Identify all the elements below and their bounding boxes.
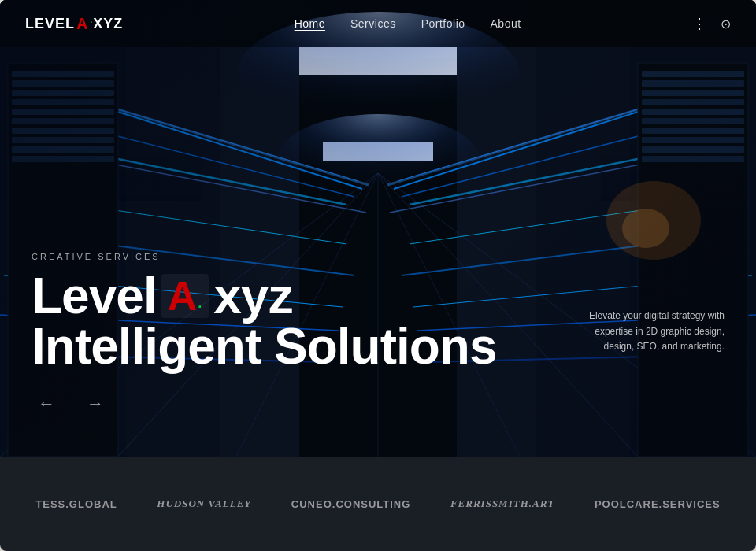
logo-suffix: .xyz	[90, 16, 123, 32]
hero-desc-text: Elevate your digital strategy with exper…	[567, 309, 724, 354]
hero-section: LEVEL A .xyz Home Services Portfolio Abo…	[0, 0, 756, 457]
hero-overlay	[0, 0, 756, 457]
clients-bar: TESS.GLOBAL Hudson Valley Cuneo.Consulti…	[0, 457, 756, 551]
logo-letter: A	[76, 15, 88, 33]
navbar: LEVEL A .xyz Home Services Portfolio Abo…	[0, 0, 756, 47]
client-logo-poolcare: PoolCare.Services	[587, 498, 728, 510]
hero-arrows: ← →	[32, 390, 110, 417]
client-logo-hudson: Hudson Valley	[149, 497, 259, 510]
nav-links: Home Services Portfolio About	[295, 17, 521, 31]
hero-title-line1: Level A . xyz	[32, 271, 497, 321]
browser-frame: LEVEL A .xyz Home Services Portfolio Abo…	[0, 0, 756, 551]
client-logo-cuneo: Cuneo.Consulting	[284, 498, 419, 510]
hero-title-line2: Intelligent Solutions	[32, 321, 497, 372]
nav-link-home[interactable]: Home	[295, 17, 325, 30]
nav-link-services[interactable]: Services	[350, 17, 396, 30]
hero-description: Elevate your digital strategy with exper…	[567, 309, 724, 354]
title-xyz: xyz	[213, 271, 292, 321]
client-logo-tess: TESS.GLOBAL	[28, 498, 124, 510]
client-logo-ferris: FerrisSmith.Art	[443, 497, 562, 510]
nav-item-about[interactable]: About	[491, 17, 521, 31]
nav-item-portfolio[interactable]: Portfolio	[421, 17, 465, 31]
user-icon[interactable]: ⊙	[721, 17, 731, 31]
nav-link-about[interactable]: About	[491, 17, 521, 30]
more-menu-icon[interactable]: ⋮	[692, 15, 708, 32]
title-level: Level	[32, 271, 157, 321]
title-logo-dot: .	[198, 296, 202, 310]
logo-prefix: LEVEL	[25, 16, 75, 32]
hero-content: CREATIVE SERVICES Level A . xyz Intellig…	[32, 252, 497, 378]
prev-arrow[interactable]: ←	[32, 390, 61, 417]
title-logo-badge: A .	[161, 274, 209, 318]
next-arrow[interactable]: →	[80, 390, 110, 417]
nav-item-home[interactable]: Home	[295, 17, 325, 31]
logo[interactable]: LEVEL A .xyz	[25, 15, 123, 33]
title-logo-a: A	[168, 276, 198, 316]
nav-link-portfolio[interactable]: Portfolio	[421, 17, 465, 30]
nav-item-services[interactable]: Services	[350, 17, 396, 31]
creative-services-label: CREATIVE SERVICES	[32, 252, 497, 261]
